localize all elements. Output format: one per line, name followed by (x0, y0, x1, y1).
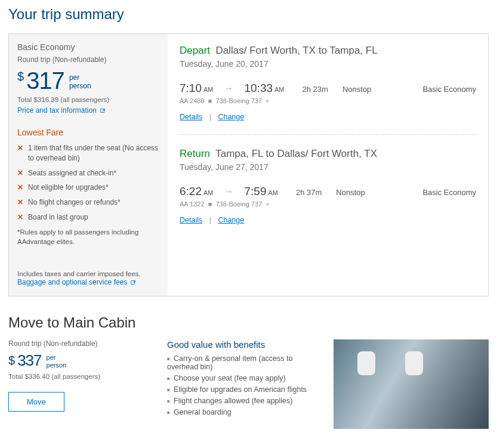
benefit-item: Carry-on & personal item (access to over… (167, 354, 325, 371)
change-link[interactable]: Change (218, 216, 244, 224)
cabin-photo (334, 339, 489, 429)
stops: Nonstop (342, 85, 371, 94)
trip-type-label: Round trip (Non-refundable) (17, 55, 159, 64)
per-person-label: perperson (69, 73, 91, 91)
move-button[interactable]: Move (8, 392, 64, 412)
segment-date: Tuesday, June 27, 2017 (180, 162, 476, 172)
move-total-line: Total $336.40 (all passengers) (8, 373, 167, 380)
duration: 2h 23m (302, 85, 328, 94)
x-icon: ✕ (17, 143, 23, 153)
itinerary-panel: Depart Dallas/ Fort Worth, TX to Tampa, … (168, 34, 488, 296)
aircraft-type: 738-Boeing 737 (216, 97, 263, 104)
external-link-icon (100, 108, 106, 114)
departure-time: 6:22 (180, 185, 202, 198)
restriction-item: ✕Not eligible for upgrades* (17, 183, 159, 193)
arrival-ampm: AM (268, 189, 278, 196)
includes-note: Includes taxes and carrier imposed fees. (17, 270, 159, 277)
details-link[interactable]: Details (180, 113, 202, 121)
duration: 2h 37m (296, 188, 322, 197)
segment-fare-class: Basic Economy (422, 85, 476, 94)
stops: Nonstop (336, 188, 365, 197)
time-row: 6:22AM → 7:59AM 2h 37m Nonstop Basic Eco… (180, 185, 476, 198)
details-link[interactable]: Details (180, 216, 202, 224)
segment-route: Tampa, FL to Dallas/ Fort Worth, TX (215, 148, 377, 159)
flight-info: AA 1322 ■ 738-Boeing 737 ᯤ (180, 200, 476, 208)
benefit-item: Flight changes allowed (fee applies) (167, 397, 325, 405)
aircraft-type: 738-Boeing 737 (216, 200, 263, 208)
arrow-right-icon: → (224, 186, 233, 197)
separator: | (209, 216, 211, 224)
price-tax-info-link[interactable]: Price and tax information (17, 106, 106, 115)
departure-time: 7:10 (180, 82, 202, 95)
page-title: Your trip summary (8, 6, 489, 23)
segment-direction-label: Depart (180, 45, 210, 56)
segment-direction-label: Return (180, 148, 210, 159)
benefit-item: General boarding (167, 408, 325, 416)
arrow-right-icon: → (224, 83, 233, 94)
segment-fare-class: Basic Economy (422, 188, 476, 197)
departure-ampm: AM (203, 86, 214, 93)
fare-class-label: Basic Economy (17, 42, 159, 52)
move-benefits-panel: Good value with benefits Carry-on & pers… (167, 339, 334, 429)
x-icon: ✕ (17, 197, 23, 208)
segment-date: Tuesday, June 20, 2017 (180, 59, 476, 69)
restriction-item: ✕Board in last group (17, 212, 159, 223)
restriction-item: ✕1 item that fits under the seat (No acc… (17, 143, 159, 163)
segment-route: Dallas/ Fort Worth, TX to Tampa, FL (215, 45, 377, 56)
segment-header: Depart Dallas/ Fort Worth, TX to Tampa, … (180, 45, 476, 57)
depart-segment: Depart Dallas/ Fort Worth, TX to Tampa, … (180, 45, 476, 132)
benefit-item: Choose your seat (fee may apply) (167, 374, 325, 382)
currency-symbol: $ (8, 354, 15, 367)
flight-number: AA 2488 (180, 97, 205, 104)
flight-info: AA 2488 ■ 738-Boeing 737 ᯤ (180, 97, 476, 104)
separator: | (209, 113, 211, 121)
wifi-icon: ᯤ (264, 98, 271, 104)
lowest-fare-heading: Lowest Fare (17, 128, 159, 137)
price-amount: 317 (26, 69, 64, 92)
departure-ampm: AM (203, 189, 214, 196)
external-link-icon (130, 280, 136, 286)
move-price-panel: Round trip (Non-refundable) $ 337 perper… (8, 339, 167, 429)
benefits-title: Good value with benefits (167, 339, 325, 350)
segment-header: Return Tampa, FL to Dallas/ Fort Worth, … (180, 148, 476, 160)
return-segment: Return Tampa, FL to Dallas/ Fort Worth, … (180, 134, 476, 235)
trip-summary-card: Basic Economy Round trip (Non-refundable… (8, 33, 489, 296)
restriction-item: ✕No flight changes or refunds* (17, 197, 159, 208)
price-display: $ 317 perperson (17, 69, 159, 92)
benefits-list: Carry-on & personal item (access to over… (167, 354, 325, 416)
time-row: 7:10AM → 10:33AM 2h 23m Nonstop Basic Ec… (180, 82, 476, 95)
segment-actions: Details | Change (180, 113, 476, 121)
svg-rect-1 (131, 280, 135, 284)
x-icon: ✕ (17, 212, 23, 223)
change-link[interactable]: Change (218, 113, 244, 121)
x-icon: ✕ (17, 168, 23, 178)
flight-number: AA 1322 (180, 200, 205, 208)
move-price-display: $ 337 perperson (8, 353, 167, 369)
arrival-ampm: AM (274, 86, 285, 93)
move-section-title: Move to Main Cabin (8, 314, 489, 331)
per-person-label: perperson (47, 354, 67, 369)
move-trip-type: Round trip (Non-refundable) (8, 339, 167, 348)
arrival-time: 10:33 (244, 82, 273, 95)
restriction-item: ✕Seats assigned at check-in* (17, 168, 159, 178)
arrival-time: 7:59 (244, 185, 266, 198)
x-icon: ✕ (17, 183, 23, 193)
currency-symbol: $ (17, 70, 24, 84)
restrictions-list: ✕1 item that fits under the seat (No acc… (17, 143, 159, 223)
price-summary-panel: Basic Economy Round trip (Non-refundable… (9, 34, 168, 296)
segment-actions: Details | Change (180, 216, 476, 224)
move-price-amount: 337 (17, 353, 41, 368)
baggage-fees-link[interactable]: Baggage and optional service fees (17, 278, 136, 286)
wifi-icon: ᯤ (264, 201, 271, 208)
total-price-line: Total $316.39 (all passengers) (17, 96, 159, 103)
rules-footnote: *Rules apply to all passengers including… (17, 227, 159, 246)
benefit-item: Eligible for upgrades on American flight… (167, 385, 325, 394)
move-to-main-cabin-section: Move to Main Cabin Round trip (Non-refun… (8, 314, 489, 429)
svg-rect-0 (101, 109, 104, 112)
